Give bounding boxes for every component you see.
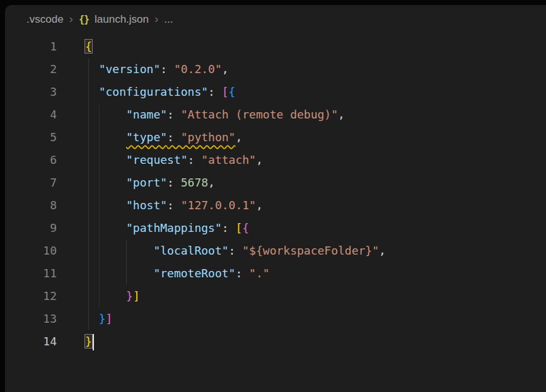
line-number[interactable]: 8 [5, 194, 57, 217]
line-content[interactable]: "port": 5678, [85, 171, 215, 194]
code-line[interactable]: 11 "remoteRoot": "." [5, 262, 546, 285]
code-token [85, 85, 99, 98]
code-token [85, 312, 99, 325]
line-number[interactable]: 1 [5, 35, 57, 58]
code-token: , [256, 153, 263, 166]
line-content[interactable]: "type": "python", [85, 126, 242, 149]
code-token: "${workspaceFolder}" [242, 244, 379, 257]
line-number[interactable]: 10 [5, 239, 57, 262]
code-token: , [222, 62, 229, 76]
line-content[interactable]: "configurations": [{ [85, 81, 235, 103]
code-token: "remoteRoot" [153, 267, 235, 280]
line-number[interactable]: 5 [5, 126, 57, 149]
text-cursor [93, 334, 94, 350]
code-token [85, 176, 126, 189]
code-line[interactable]: 14} [5, 330, 546, 353]
line-number[interactable]: 2 [5, 58, 57, 81]
code-token: [ [222, 85, 229, 98]
code-token [85, 199, 126, 212]
code-token: "name" [126, 108, 167, 121]
line-number[interactable]: 12 [5, 285, 57, 308]
code-token: : [222, 221, 236, 234]
code-token [85, 153, 126, 166]
code-line[interactable]: 5 "type": "python", [5, 126, 546, 149]
breadcrumb: .vscode › {} launch.json › ... [5, 5, 546, 34]
code-line[interactable]: 1{ [5, 35, 546, 58]
code-token [85, 267, 153, 280]
code-token: : [229, 244, 243, 257]
code-line[interactable]: 9 "pathMappings": [{ [5, 217, 546, 239]
code-line[interactable]: 10 "localRoot": "${workspaceFolder}", [5, 239, 546, 262]
line-content[interactable]: { [85, 35, 92, 58]
code-token: , [379, 244, 386, 257]
code-token: "0.2.0" [174, 62, 222, 76]
code-line[interactable]: 13 }] [5, 308, 546, 330]
json-braces-icon: {} [79, 14, 89, 25]
code-token: } [126, 289, 133, 303]
code-token: , [256, 199, 263, 212]
code-token: "pathMappings" [126, 221, 222, 234]
code-line[interactable]: 3 "configurations": [{ [5, 81, 546, 103]
code-token [85, 221, 126, 234]
editor-pane: .vscode › {} launch.json › ... 1{2 "vers… [5, 5, 546, 392]
code-token [85, 289, 126, 303]
line-content[interactable]: } [85, 330, 94, 353]
code-token: { [229, 85, 236, 98]
code-token: , [235, 130, 242, 144]
line-number[interactable]: 11 [5, 262, 57, 285]
indent-guide [88, 58, 89, 330]
code-token: "configurations" [99, 85, 208, 98]
code-token: : [208, 85, 222, 98]
code-token: "port" [126, 176, 167, 189]
code-token: : [167, 199, 181, 212]
code-token: "Attach (remote debug)" [181, 108, 338, 121]
line-content[interactable]: "name": "Attach (remote debug)", [85, 103, 345, 126]
code-editor[interactable]: 1{2 "version": "0.2.0",3 "configurations… [5, 34, 546, 353]
code-token: "127.0.0.1" [181, 199, 256, 212]
breadcrumb-file[interactable]: launch.json [95, 13, 149, 26]
line-number[interactable]: 4 [5, 103, 57, 126]
line-number[interactable]: 7 [5, 171, 57, 194]
line-content[interactable]: "remoteRoot": "." [85, 262, 270, 285]
line-number[interactable]: 9 [5, 217, 57, 239]
vscode-window: .vscode › {} launch.json › ... 1{2 "vers… [0, 0, 546, 392]
code-line[interactable]: 8 "host": "127.0.0.1", [5, 194, 546, 217]
code-token: "type" [126, 130, 167, 144]
code-line[interactable]: 6 "request": "attach", [5, 149, 546, 171]
code-token: "python" [181, 130, 236, 144]
code-token: : [188, 153, 202, 166]
code-lines: 1{2 "version": "0.2.0",3 "configurations… [5, 35, 546, 353]
code-token: , [338, 108, 345, 121]
line-number[interactable]: 14 [5, 330, 57, 353]
code-token: : [235, 267, 249, 280]
code-line[interactable]: 4 "name": "Attach (remote debug)", [5, 103, 546, 126]
line-content[interactable]: "version": "0.2.0", [85, 58, 229, 81]
breadcrumb-folder[interactable]: .vscode [26, 13, 64, 26]
code-token [85, 62, 99, 76]
code-token [85, 244, 153, 257]
code-line[interactable]: 7 "port": 5678, [5, 171, 546, 194]
line-number[interactable]: 3 [5, 81, 57, 103]
line-content[interactable]: "host": "127.0.0.1", [85, 194, 263, 217]
breadcrumb-symbol-more[interactable]: ... [164, 13, 173, 26]
line-content[interactable]: }] [85, 285, 140, 308]
line-content[interactable]: "localRoot": "${workspaceFolder}", [85, 239, 386, 262]
chevron-right-icon: › [69, 12, 73, 26]
line-content[interactable]: }] [85, 308, 112, 330]
chevron-right-icon: › [154, 12, 158, 26]
code-token: "localRoot" [153, 244, 228, 257]
code-line[interactable]: 2 "version": "0.2.0", [5, 58, 546, 81]
line-number[interactable]: 6 [5, 149, 57, 171]
line-content[interactable]: "request": "attach", [85, 149, 263, 171]
line-content[interactable]: "pathMappings": [{ [85, 217, 249, 239]
code-token: "host" [126, 199, 167, 212]
code-token: [ [235, 221, 242, 234]
code-token: : [167, 176, 181, 189]
code-token: : [167, 108, 181, 121]
line-number[interactable]: 13 [5, 308, 57, 330]
code-token: : [160, 62, 174, 76]
code-token: 5678 [181, 176, 208, 189]
code-token: : [167, 130, 181, 144]
code-token: "attach" [201, 153, 256, 166]
code-line[interactable]: 12 }] [5, 285, 546, 308]
